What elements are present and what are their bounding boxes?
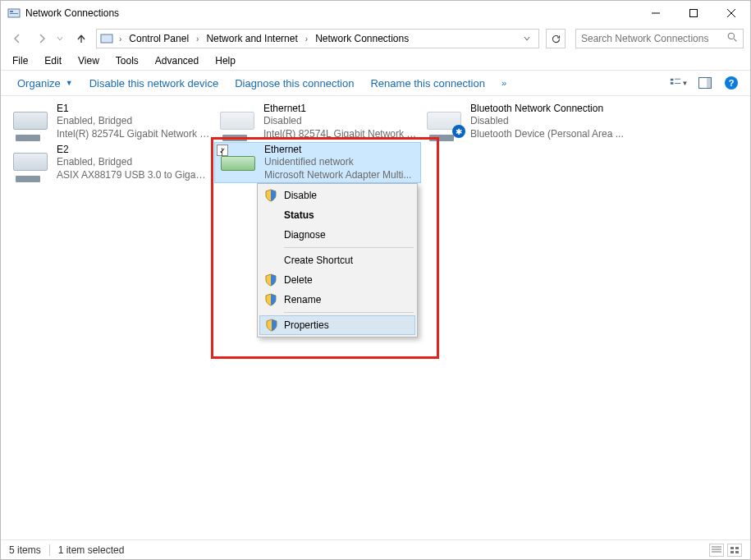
back-button[interactable] xyxy=(7,29,27,48)
ctx-label: Properties xyxy=(284,319,329,331)
rename-connection-button[interactable]: Rename this connection xyxy=(362,74,492,93)
connection-ethernet1[interactable]: Ethernet1 Disabled Intel(R) 82574L Gigab… xyxy=(214,101,421,142)
context-menu: Disable Status Diagnose Create Shortcut … xyxy=(257,183,418,337)
connection-device: Intel(R) 82574L Gigabit Network C... xyxy=(263,128,418,141)
menu-advanced[interactable]: Advanced xyxy=(147,53,207,68)
toolbar: Organize▼ Disable this network device Di… xyxy=(1,70,750,96)
bluetooth-adapter-icon: ✱ xyxy=(424,107,464,136)
titlebar: Network Connections xyxy=(1,1,750,25)
ctx-create-shortcut[interactable]: Create Shortcut xyxy=(259,250,415,270)
network-adapter-icon xyxy=(11,148,50,177)
view-options-button[interactable]: ▼ xyxy=(668,73,689,93)
ctx-properties[interactable]: Properties xyxy=(259,315,415,335)
chevron-right-icon[interactable]: › xyxy=(116,34,125,44)
svg-rect-1 xyxy=(10,11,13,12)
navigation-row: › Control Panel › Network and Internet ›… xyxy=(1,25,750,52)
svg-rect-19 xyxy=(730,547,734,549)
breadcrumb-dropdown[interactable] xyxy=(519,33,535,44)
crumb-control-panel[interactable]: Control Panel xyxy=(126,31,192,46)
svg-rect-11 xyxy=(670,82,673,85)
connection-name: Ethernet1 xyxy=(263,103,418,116)
menu-view[interactable]: View xyxy=(70,53,108,68)
svg-rect-4 xyxy=(690,10,698,17)
ctx-separator xyxy=(284,312,414,313)
maximize-button[interactable] xyxy=(675,1,712,25)
shield-icon xyxy=(265,319,278,332)
close-button[interactable] xyxy=(712,1,750,25)
connection-device: Microsoft Network Adapter Multi... xyxy=(264,169,411,182)
window-icon xyxy=(7,7,21,20)
ctx-diagnose[interactable]: Diagnose xyxy=(259,225,415,245)
connection-name: Bluetooth Network Connection xyxy=(470,103,624,116)
connection-name: E2 xyxy=(57,144,211,157)
menu-edit[interactable]: Edit xyxy=(36,53,70,68)
svg-rect-13 xyxy=(675,83,680,84)
chevron-right-icon[interactable]: › xyxy=(302,34,311,44)
diagnose-connection-button[interactable]: Diagnose this connection xyxy=(227,74,362,93)
ctx-disable[interactable]: Disable xyxy=(259,186,415,205)
breadcrumb-icon xyxy=(100,32,113,45)
ctx-status[interactable]: Status xyxy=(259,205,415,225)
up-button[interactable] xyxy=(71,29,91,48)
refresh-button[interactable] xyxy=(546,29,566,48)
connection-status: Disabled xyxy=(263,115,418,128)
connection-bluetooth[interactable]: ✱ Bluetooth Network Connection Disabled … xyxy=(421,101,628,142)
ctx-rename[interactable]: Rename xyxy=(259,290,415,310)
status-selected-count: 1 item selected xyxy=(58,544,125,556)
connection-e1[interactable]: E1 Enabled, Bridged Intel(R) 82574L Giga… xyxy=(7,101,214,142)
crumb-network-internet[interactable]: Network and Internet xyxy=(203,31,300,46)
svg-rect-7 xyxy=(101,34,112,43)
connection-name: E1 xyxy=(57,103,211,116)
help-button[interactable]: ? xyxy=(721,73,742,93)
caret-down-icon: ▼ xyxy=(66,79,73,87)
network-adapter-icon xyxy=(11,107,50,136)
minimize-button[interactable] xyxy=(637,1,675,25)
breadcrumb[interactable]: › Control Panel › Network and Internet ›… xyxy=(96,29,539,48)
disable-device-button[interactable]: Disable this network device xyxy=(81,74,227,93)
menubar: File Edit View Tools Advanced Help xyxy=(1,52,750,70)
organize-button[interactable]: Organize▼ xyxy=(9,74,81,93)
menu-help[interactable]: Help xyxy=(207,53,244,68)
svg-rect-21 xyxy=(730,551,734,553)
bluetooth-icon: ✱ xyxy=(452,125,465,138)
connection-status: Disabled xyxy=(470,115,624,128)
ctx-label: Disable xyxy=(284,190,317,201)
forward-button[interactable] xyxy=(32,29,52,48)
search-icon[interactable] xyxy=(727,32,738,45)
statusbar: 5 items 1 item selected xyxy=(1,539,750,559)
shield-icon xyxy=(264,293,277,306)
recent-locations-dropdown[interactable] xyxy=(57,33,66,44)
crumb-network-connections[interactable]: Network Connections xyxy=(312,31,412,46)
large-icons-view-button[interactable] xyxy=(727,544,742,557)
help-icon: ? xyxy=(725,76,738,90)
svg-rect-2 xyxy=(10,13,18,14)
svg-line-9 xyxy=(734,39,736,41)
preview-pane-button[interactable] xyxy=(694,73,716,93)
chevron-right-icon[interactable]: › xyxy=(193,34,202,44)
details-view-button[interactable] xyxy=(709,544,724,557)
ctx-label: Rename xyxy=(284,294,321,305)
connection-device: Bluetooth Device (Personal Area ... xyxy=(470,128,624,141)
window-buttons xyxy=(637,1,750,25)
search-box[interactable] xyxy=(575,29,744,48)
ctx-delete[interactable]: Delete xyxy=(259,270,415,290)
connection-name: Ethernet xyxy=(264,144,411,157)
svg-rect-10 xyxy=(670,79,673,81)
shield-icon xyxy=(264,273,277,287)
menu-file[interactable]: File xyxy=(4,53,36,68)
menu-tools[interactable]: Tools xyxy=(108,53,147,68)
svg-rect-15 xyxy=(707,78,711,88)
svg-rect-22 xyxy=(735,551,739,553)
connection-status: Enabled, Bridged xyxy=(57,156,211,169)
connection-e2[interactable]: E2 Enabled, Bridged ASIX AX88179 USB 3.0… xyxy=(7,142,214,183)
ctx-separator xyxy=(284,247,414,248)
connection-device: Intel(R) 82574L Gigabit Network C... xyxy=(57,128,211,141)
organize-label: Organize xyxy=(17,77,61,90)
caret-down-icon: ▼ xyxy=(682,80,689,87)
connection-ethernet[interactable]: ✓ Ethernet Unidentified network Microsof… xyxy=(214,142,421,183)
svg-point-8 xyxy=(728,33,734,39)
search-input[interactable] xyxy=(581,33,727,44)
ctx-label: Create Shortcut xyxy=(284,255,353,266)
toolbar-overflow-button[interactable]: » xyxy=(493,78,515,88)
multiplexor-adapter-icon xyxy=(218,148,258,177)
